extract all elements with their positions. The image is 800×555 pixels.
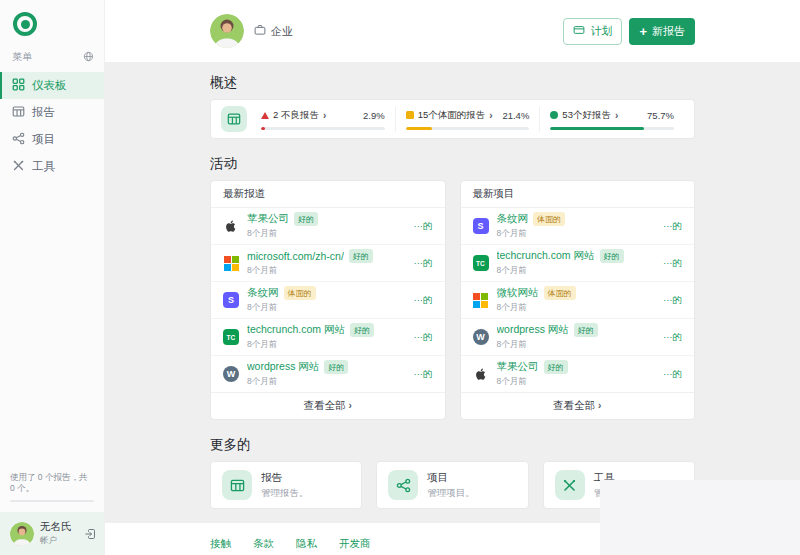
topbar: 企业 计划 + 新报告 <box>105 0 800 62</box>
item-action-link[interactable]: ···的 <box>663 220 682 233</box>
plan-button-label: 计划 <box>590 24 612 39</box>
project-link[interactable]: techcrunch.com 网站 <box>497 249 595 263</box>
credit-card-icon <box>573 24 585 38</box>
report-link[interactable]: 苹果公司 <box>247 212 289 226</box>
stat-bad-reports[interactable]: 2 不良报告 › 2.9% <box>251 107 395 132</box>
menu-label-row: 菜单 <box>0 50 104 64</box>
stat-decent-reports[interactable]: 15个体面的报告 › 21.4% <box>395 107 540 132</box>
project-link[interactable]: 苹果公司 <box>497 360 539 374</box>
item-time: 8个月前 <box>497 265 664 277</box>
plan-button[interactable]: 计划 <box>563 18 622 45</box>
status-badge: 好的 <box>349 249 373 263</box>
item-action-link[interactable]: ···的 <box>414 294 433 307</box>
item-time: 8个月前 <box>247 302 414 314</box>
grid-icon <box>12 78 25 93</box>
wordpress-icon <box>473 329 489 345</box>
sidebar-item-label: 仪表板 <box>32 78 67 93</box>
user-role: 帐户 <box>40 535 78 547</box>
status-badge: 体面的 <box>533 212 565 226</box>
chevron-right-icon: › <box>489 110 492 121</box>
triangle-marker-icon <box>261 112 269 119</box>
stat-value: 2.9% <box>363 110 385 121</box>
project-link[interactable]: 条纹网 <box>497 212 529 226</box>
globe-icon[interactable] <box>83 51 94 64</box>
footer-link-contact[interactable]: 接触 <box>210 537 231 551</box>
briefcase-icon <box>254 24 266 38</box>
report-link[interactable]: 条纹网 <box>247 286 279 300</box>
item-action-link[interactable]: ···的 <box>663 294 682 307</box>
new-report-button-label: 新报告 <box>652 24 685 39</box>
stat-value: 21.4% <box>502 110 529 121</box>
view-all-label: 查看全部 <box>553 399 595 411</box>
user-account-box[interactable]: 无名氏 帐户 <box>0 512 104 555</box>
report-link[interactable]: techcrunch.com 网站 <box>247 323 345 337</box>
status-badge: 好的 <box>324 360 348 374</box>
project-link[interactable]: 微软网站 <box>497 286 539 300</box>
sidebar-item-reports[interactable]: 报告 <box>0 99 104 126</box>
sidebar: 菜单 仪表板 报告 项目 工具 使用了 0 个报告，共 0 个。 <box>0 0 105 555</box>
activity-grid: 最新报道 苹果公司好的8个月前 ···的 microsoft.com/zh-cn… <box>210 180 695 420</box>
account-avatar[interactable] <box>210 14 244 48</box>
stat-good-reports[interactable]: 53个好报告 › 75.7% <box>539 107 684 132</box>
list-item[interactable]: techcrunch.com 网站好的8个月前 ···的 <box>461 245 695 282</box>
project-icon <box>388 470 418 500</box>
stats-row: 2 不良报告 › 2.9% 15个体面的报告 › 21.4% <box>251 107 684 132</box>
item-action-link[interactable]: ···的 <box>414 257 433 270</box>
app-window: 菜单 仪表板 报告 项目 工具 使用了 0 个报告，共 0 个。 <box>0 0 800 555</box>
activity-title: 活动 <box>210 155 695 173</box>
sidebar-item-dashboard[interactable]: 仪表板 <box>0 72 104 99</box>
card-title: 最新报道 <box>211 181 445 208</box>
list-item[interactable]: 条纹网体面的8个月前 ···的 <box>461 208 695 245</box>
list-item[interactable]: techcrunch.com 网站好的8个月前 ···的 <box>211 319 445 356</box>
item-time: 8个月前 <box>497 228 664 240</box>
footer-link-terms[interactable]: 条款 <box>253 537 274 551</box>
chevron-right-icon: › <box>323 110 326 121</box>
list-item[interactable]: wordpress 网站好的8个月前 ···的 <box>211 356 445 392</box>
more-card-projects[interactable]: 项目管理项目。 <box>376 461 528 509</box>
report-link[interactable]: microsoft.com/zh-cn/ <box>247 250 344 262</box>
list-item[interactable]: 苹果公司好的8个月前 ···的 <box>461 356 695 392</box>
item-action-link[interactable]: ···的 <box>663 368 682 381</box>
apple-icon <box>473 366 489 382</box>
corner-overlay-panel <box>600 480 800 555</box>
more-card-reports[interactable]: 报告管理报告。 <box>210 461 362 509</box>
status-badge: 好的 <box>544 360 568 374</box>
list-item[interactable]: wordpress 网站好的8个月前 ···的 <box>461 319 695 356</box>
report-link[interactable]: wordpress 网站 <box>247 360 319 374</box>
stat-progress <box>261 127 385 130</box>
overview-title: 概述 <box>210 74 695 92</box>
menu-label: 菜单 <box>12 50 32 64</box>
list-item[interactable]: microsoft.com/zh-cn/好的8个月前 ···的 <box>211 245 445 282</box>
logout-icon[interactable] <box>84 528 96 540</box>
item-time: 8个月前 <box>247 265 414 277</box>
item-time: 8个月前 <box>497 302 664 314</box>
view-all-link[interactable]: 查看全部› <box>461 392 695 419</box>
sidebar-item-tools[interactable]: 工具 <box>0 153 104 180</box>
project-link[interactable]: wordpress 网站 <box>497 323 569 337</box>
stat-label: 15个体面的报告 <box>418 109 486 122</box>
item-action-link[interactable]: ···的 <box>414 331 433 344</box>
status-badge: 好的 <box>294 212 318 226</box>
tools-icon <box>555 470 585 500</box>
list-item[interactable]: 微软网站体面的8个月前 ···的 <box>461 282 695 319</box>
item-action-link[interactable]: ···的 <box>663 257 682 270</box>
footer-link-privacy[interactable]: 隐私 <box>296 537 317 551</box>
tools-icon <box>12 159 25 174</box>
sidebar-item-projects[interactable]: 项目 <box>0 126 104 153</box>
new-report-button[interactable]: + 新报告 <box>629 18 695 45</box>
sidebar-item-label: 报告 <box>32 105 55 120</box>
chevron-right-icon: › <box>615 110 618 121</box>
top-actions: 计划 + 新报告 <box>563 18 695 45</box>
item-action-link[interactable]: ···的 <box>414 220 433 233</box>
phprank-logo-icon[interactable] <box>13 12 37 36</box>
list-item[interactable]: 条纹网体面的8个月前 ···的 <box>211 282 445 319</box>
item-action-link[interactable]: ···的 <box>414 368 433 381</box>
list-item[interactable]: 苹果公司好的8个月前 ···的 <box>211 208 445 245</box>
item-time: 8个月前 <box>497 339 664 351</box>
more-card-title: 报告 <box>261 471 309 485</box>
item-action-link[interactable]: ···的 <box>663 331 682 344</box>
view-all-link[interactable]: 查看全部› <box>211 392 445 419</box>
footer-link-developers[interactable]: 开发商 <box>339 537 371 551</box>
plus-icon: + <box>639 25 647 38</box>
project-icon <box>12 132 25 147</box>
